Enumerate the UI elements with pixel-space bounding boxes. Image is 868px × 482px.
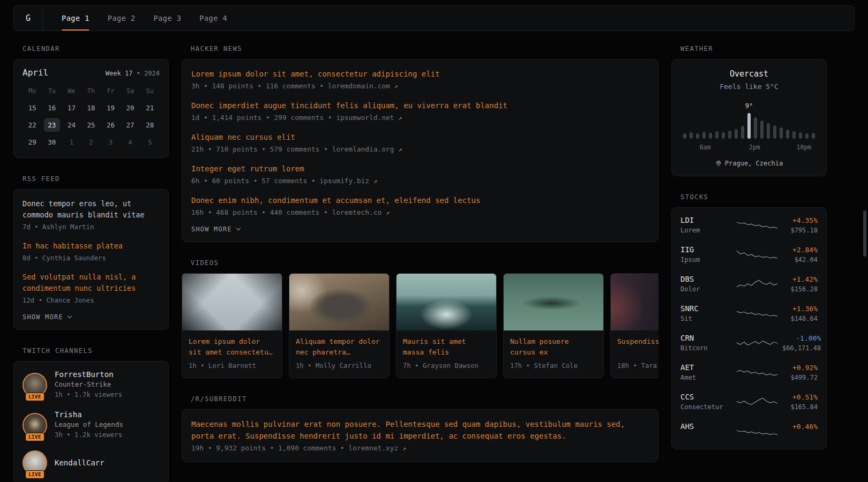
stock-price: $499.72 <box>782 374 818 382</box>
video-title[interactable]: Lorem ipsum dolor sit amet consectetu… <box>189 336 275 358</box>
hackernews-title[interactable]: Lorem ipsum dolor sit amet, consectetur … <box>191 68 649 80</box>
weather-bar <box>747 113 751 139</box>
hackernews-meta-text: 1d • 1,414 points • 299 comments • <box>191 114 336 122</box>
video-thumbnail <box>611 274 659 330</box>
weather-bar <box>760 120 764 139</box>
stock-sparkline <box>736 248 778 262</box>
stock-row-dbs[interactable]: DBSDolor+1.42%$156.28 <box>672 269 826 299</box>
weather-card: Overcast Feels like 5°C 9° 6am2pm10pm Pr… <box>671 59 827 176</box>
calendar-day: 2 <box>81 135 101 149</box>
stock-row-aet[interactable]: AETAmet+0.92%$499.72 <box>672 358 826 387</box>
stock-name <box>680 433 732 441</box>
video-card[interactable]: Aliquam tempor dolor nec pharetra…1h • M… <box>289 273 390 378</box>
chevron-down-icon <box>236 226 241 230</box>
calendar-weekday: Tu <box>42 87 62 95</box>
calendar-section: CALENDAR April Week 17 • 2024 MoTuWeThFr… <box>13 45 169 158</box>
stock-row-iig[interactable]: IIGIpsum+2.84%$42.04 <box>672 240 826 269</box>
weather-bar <box>767 123 770 139</box>
hackernews-show-more-button[interactable]: SHOW MORE <box>191 225 240 233</box>
stock-id: AETAmet <box>680 363 732 382</box>
video-thumbnail <box>289 274 389 330</box>
hackernews-title[interactable]: Donec imperdiet augue tincidunt felis al… <box>191 100 649 111</box>
channel-game: League of Legends <box>55 420 123 428</box>
twitch-channel[interactable]: LIVEKendallCarr <box>23 450 160 475</box>
hackernews-title[interactable]: Donec enim nibh, condimentum et accumsan… <box>191 194 649 206</box>
subreddit-meta: 19h • 9,932 points • 1,090 comments • lo… <box>191 443 649 453</box>
stock-row-ahs[interactable]: AHS+0.46% <box>672 417 826 446</box>
stock-row-ldi[interactable]: LDILorem+4.35%$795.18 <box>672 210 826 240</box>
video-thumbnail <box>182 274 282 330</box>
video-title[interactable]: Mauris sit amet massa felis <box>403 336 490 358</box>
stock-ticker: CRN <box>680 334 732 342</box>
hackernews-domain-link[interactable]: loremlandia.org ↗ <box>332 145 402 153</box>
hackernews-title[interactable]: Integer eget rutrum lorem <box>191 163 649 175</box>
rss-item-title[interactable]: Sed volutpat nulla nisl, a condimentum n… <box>23 272 160 294</box>
external-link-icon: ↗ <box>398 146 402 153</box>
weather-feels-like: Feels like 5°C <box>680 82 818 91</box>
weather-location-text: Prague, Czechia <box>725 160 783 167</box>
stock-values: +4.35%$795.18 <box>782 216 818 235</box>
weather-time-label: 2pm <box>749 144 760 151</box>
video-title[interactable]: Nullam posuere cursus ex <box>510 336 597 358</box>
stock-price: $66,171.48 <box>782 344 821 352</box>
hackernews-title[interactable]: Aliquam nec cursus elit <box>191 131 649 143</box>
external-link-icon: ↗ <box>402 445 406 452</box>
calendar-weekday: Mo <box>23 87 42 95</box>
twitch-channel[interactable]: LIVETrishaLeague of Legends3h • 1.2k vie… <box>23 410 160 440</box>
video-card[interactable]: Suspendisse diam18h • Tara <box>610 273 659 378</box>
hackernews-meta: 16h • 468 points • 440 comments • loremt… <box>191 208 649 217</box>
stock-change: +1.42% <box>782 275 818 283</box>
stock-name: Consectetur <box>680 403 732 411</box>
twitch-channel[interactable]: LIVEForrestBurtonCounter-Strike1h • 1.7k… <box>23 370 160 400</box>
tab-page-2[interactable]: Page 2 <box>99 6 145 31</box>
rss-section: RSS FEED Donec tempor eros leo, ut commo… <box>13 175 169 330</box>
video-card[interactable]: Mauris sit amet massa felis7h • Grayson … <box>396 273 497 378</box>
channel-name[interactable]: ForrestBurton <box>55 370 122 379</box>
calendar-day: 5 <box>140 135 160 149</box>
tab-page-3[interactable]: Page 3 <box>145 6 191 31</box>
stock-ticker: AET <box>680 363 732 372</box>
video-meta: 7h • Grayson Dawson <box>403 361 490 371</box>
channel-name[interactable]: KendallCarr <box>55 458 104 467</box>
rss-show-more-button[interactable]: SHOW MORE <box>23 313 71 321</box>
tab-page-4[interactable]: Page 4 <box>190 6 236 31</box>
subreddit-domain-link[interactable]: loremnet.xyz ↗ <box>349 444 407 452</box>
video-title[interactable]: Aliquam tempor dolor nec pharetra… <box>296 336 383 358</box>
video-meta: 17h • Stefan Cole <box>510 361 597 371</box>
weather-section: WEATHER Overcast Feels like 5°C 9° 6am2p… <box>671 45 827 176</box>
channel-avatar: LIVE <box>23 413 47 438</box>
stock-price <box>782 433 818 441</box>
twitch-section-label: TWITCH CHANNELS <box>23 347 169 355</box>
calendar-year: 2024 <box>144 70 160 77</box>
hackernews-domain-link[interactable]: loremtech.co ↗ <box>332 208 390 216</box>
scrollbar[interactable] <box>863 210 866 257</box>
video-card[interactable]: Nullam posuere cursus ex17h • Stefan Col… <box>503 273 604 378</box>
stock-row-snrc[interactable]: SNRCSit+1.36%$148.64 <box>672 299 826 328</box>
calendar-week-label: Week 17 <box>106 70 133 77</box>
hackernews-domain-link[interactable]: loremdomain.com ↗ <box>328 82 398 90</box>
rss-item-title[interactable]: In hac habitasse platea <box>23 240 160 252</box>
rss-item-title[interactable]: Donec tempor eros leo, ut commodo mauris… <box>23 198 160 221</box>
calendar-month: April <box>23 67 48 78</box>
hackernews-section: HACKER NEWS Lorem ipsum dolor sit amet, … <box>182 45 659 242</box>
show-more-label: SHOW MORE <box>191 225 232 233</box>
stock-row-crn[interactable]: CRNBitcorn-1.00%$66,171.48 <box>672 328 826 358</box>
hackernews-domain-link[interactable]: ipsumify.biz ↗ <box>320 177 378 185</box>
channel-name[interactable]: Trisha <box>55 410 123 419</box>
calendar-day: 20 <box>121 101 140 115</box>
rss-item-meta: 8d • Cynthia Saunders <box>23 253 160 263</box>
hackernews-domain-link[interactable]: ipsumworld.net ↗ <box>336 114 402 122</box>
video-title[interactable]: Suspendisse diam <box>617 336 659 358</box>
video-card[interactable]: Lorem ipsum dolor sit amet consectetu…1h… <box>182 273 282 378</box>
subreddit-title[interactable]: Maecenas mollis pulvinar erat non posuer… <box>191 418 649 442</box>
stock-price: $165.84 <box>782 403 818 411</box>
tab-page-1[interactable]: Page 1 <box>53 6 99 31</box>
calendar-day: 28 <box>140 118 160 132</box>
calendar-weekday: Su <box>140 87 160 95</box>
weather-bar-chart: 9° <box>680 113 818 139</box>
hackernews-card: Lorem ipsum dolor sit amet, consectetur … <box>182 59 659 242</box>
stock-ticker: DBS <box>680 275 732 283</box>
stock-row-ccs[interactable]: CCSConsectetur+0.51%$165.84 <box>672 387 826 417</box>
weather-section-label: WEATHER <box>680 45 827 52</box>
weather-bar <box>780 127 783 139</box>
